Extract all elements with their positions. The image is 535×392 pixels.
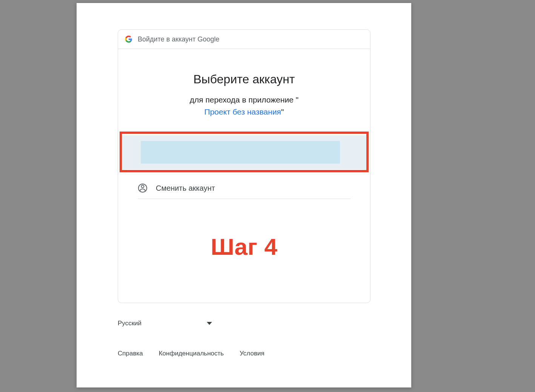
switch-account-label: Сменить аккаунт <box>156 184 215 193</box>
footer-terms-link[interactable]: Условия <box>240 350 264 357</box>
footer-privacy-link[interactable]: Конфиденциальность <box>159 350 224 357</box>
switch-account-row[interactable]: Сменить аккаунт <box>138 178 351 199</box>
card-header: Войдите в аккаунт Google <box>118 30 370 49</box>
annotation-step-label: Шаг 4 <box>118 233 370 260</box>
footer-help-link[interactable]: Справка <box>118 350 143 357</box>
app-name-link[interactable]: Проект без названия <box>204 107 281 116</box>
title-block: Выберите аккаунт для перехода в приложен… <box>118 49 370 118</box>
card-header-text: Войдите в аккаунт Google <box>138 35 219 43</box>
subtitle-prefix: для перехода в приложение " <box>190 95 299 104</box>
subtitle: для перехода в приложение " Проект без н… <box>118 94 370 118</box>
choose-account-title: Выберите аккаунт <box>118 72 370 86</box>
language-select[interactable]: Русский <box>118 316 212 331</box>
google-logo-icon <box>125 35 132 43</box>
person-icon <box>138 183 148 193</box>
subtitle-suffix: " <box>281 107 284 116</box>
modal-page: Войдите в аккаунт Google Выберите аккаун… <box>77 3 411 387</box>
caret-down-icon <box>207 322 212 325</box>
svg-point-0 <box>141 185 144 188</box>
account-list-item[interactable] <box>122 135 366 169</box>
account-redacted-content <box>141 141 340 164</box>
footer-links: Справка Конфиденциальность Условия <box>118 350 264 357</box>
language-selected-label: Русский <box>118 320 141 327</box>
signin-card: Войдите в аккаунт Google Выберите аккаун… <box>118 29 371 303</box>
